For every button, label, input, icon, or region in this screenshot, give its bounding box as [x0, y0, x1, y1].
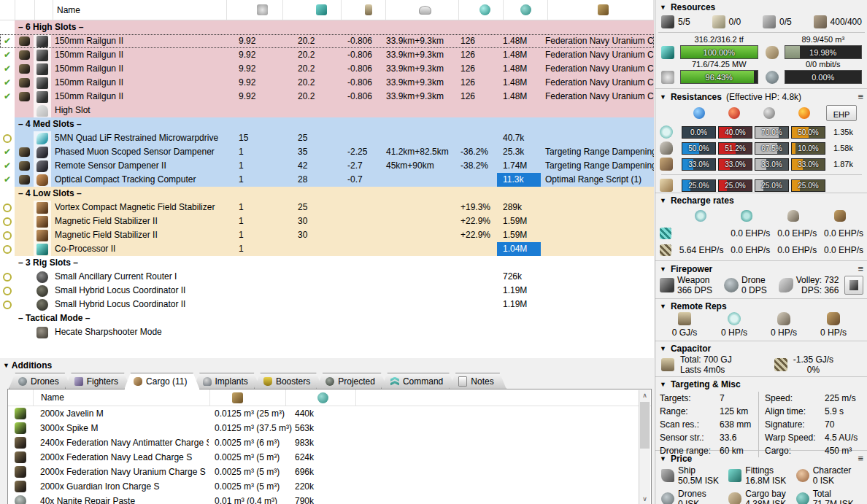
- module-state-cell[interactable]: [0, 242, 15, 256]
- collapse-triangle-icon[interactable]: ▼: [660, 4, 666, 11]
- module-state-cell[interactable]: ✔: [0, 90, 15, 104]
- cargo-price-column-header[interactable]: [286, 389, 356, 406]
- scrollbar-thumb[interactable]: [640, 402, 650, 449]
- module-row[interactable]: ✔ Remote Sensor Dampener II 1 42 -2.7 45…: [0, 159, 654, 173]
- module-state-cell[interactable]: ✔: [0, 145, 15, 159]
- tab-cargo-11-[interactable]: Cargo (11): [124, 373, 199, 389]
- module-active-icon[interactable]: ✔: [4, 48, 11, 62]
- module-row[interactable]: ✔ 150mm Railgun II 9.92 20.2 -0.806 33.9…: [0, 48, 654, 62]
- module-state-cell[interactable]: [0, 228, 15, 242]
- module-state-cell[interactable]: ✔: [0, 173, 15, 187]
- cargo-row[interactable]: 2400x Federation Navy Antimatter Charge …: [8, 435, 651, 450]
- cargo-row[interactable]: 2000x Guardian Iron Charge S 0.0025 m³ (…: [8, 479, 651, 494]
- module-state-cell[interactable]: ✔: [0, 62, 15, 76]
- cargo-row[interactable]: 2000x Federation Navy Uranium Charge S 0…: [8, 465, 651, 479]
- module-row[interactable]: ✔ 150mm Railgun II 9.92 20.2 -0.806 33.9…: [0, 34, 654, 48]
- cargo-row[interactable]: 2000x Federation Navy Lead Charge S 0.00…: [8, 450, 651, 465]
- ehp-button[interactable]: EHP: [826, 105, 857, 121]
- module-online-icon[interactable]: [3, 301, 12, 309]
- collapse-triangle-icon[interactable]: ▼: [3, 362, 9, 369]
- module-active-icon[interactable]: ✔: [4, 62, 11, 76]
- module-state-cell[interactable]: [0, 298, 15, 311]
- module-active-icon[interactable]: ✔: [4, 159, 11, 173]
- module-row[interactable]: Co-Processor II 1 1.04M: [0, 242, 654, 256]
- module-online-icon[interactable]: [3, 245, 12, 254]
- module-state-cell[interactable]: [0, 104, 15, 117]
- section-menu-icon[interactable]: ≡: [858, 263, 863, 274]
- module-row[interactable]: ✔ Optical Compact Tracking Computer 1 28…: [0, 173, 654, 187]
- collapse-triangle-icon[interactable]: ▼: [660, 197, 666, 204]
- cargo-row[interactable]: 2000x Javelin M 0.0125 m³ (25 m³) 440k: [8, 406, 651, 421]
- collapse-triangle-icon[interactable]: ▼: [660, 303, 666, 310]
- module-active-icon[interactable]: ✔: [4, 76, 11, 90]
- powergrid-column-header[interactable]: [227, 0, 283, 20]
- collapse-triangle-icon[interactable]: ▼: [660, 265, 666, 273]
- scroll-down-icon[interactable]: ∨: [642, 494, 647, 504]
- module-online-icon[interactable]: [3, 217, 12, 226]
- module-row[interactable]: ✔ 150mm Railgun II 9.92 20.2 -0.806 33.9…: [0, 90, 654, 104]
- module-row[interactable]: ✔ 150mm Railgun II 9.92 20.2 -0.806 33.9…: [0, 76, 654, 90]
- module-state-cell[interactable]: [0, 270, 15, 284]
- module-row[interactable]: Small Hybrid Locus Coordinator II 1.19M: [0, 284, 654, 298]
- module-row[interactable]: ✔ Phased Muon Scoped Sensor Dampener 1 3…: [0, 145, 654, 159]
- cargo-scrollbar[interactable]: ∧ ∨: [639, 390, 650, 504]
- module-online-icon[interactable]: [3, 134, 12, 143]
- icon-column-header[interactable]: [35, 0, 53, 20]
- tab-boosters[interactable]: Boosters: [254, 373, 323, 389]
- module-row[interactable]: Small Ancillary Current Router I 726k: [0, 270, 654, 284]
- module-state-cell[interactable]: [0, 131, 15, 145]
- scroll-up-icon[interactable]: ∧: [642, 390, 647, 400]
- module-row[interactable]: Small Hybrid Locus Coordinator II 1.19M: [0, 298, 654, 311]
- tab-projected[interactable]: Projected: [316, 373, 388, 389]
- ammo-column-header[interactable]: [15, 0, 35, 20]
- module-state-cell[interactable]: ✔: [0, 34, 15, 48]
- module-active-icon[interactable]: ✔: [4, 90, 11, 104]
- cargo-row[interactable]: 40x Nanite Repair Paste 0.01 m³ (0.4 m³)…: [8, 494, 651, 504]
- cargo-name-column-header[interactable]: Name: [34, 389, 210, 406]
- module-state-cell[interactable]: [0, 325, 15, 339]
- module-state-cell[interactable]: [0, 214, 15, 228]
- module-row[interactable]: Hecate Sharpshooter Mode: [0, 325, 654, 339]
- tab-fighters[interactable]: Fighters: [65, 373, 131, 389]
- cpu-column-header[interactable]: [283, 0, 342, 20]
- range-column-header[interactable]: [386, 0, 459, 20]
- collapse-triangle-icon[interactable]: ▼: [660, 455, 666, 462]
- module-online-icon[interactable]: [3, 287, 12, 295]
- module-row[interactable]: 5MN Quad LiF Restrained Microwarpdrive 1…: [0, 131, 654, 145]
- module-row[interactable]: Magnetic Field Stabilizer II 1 30 +22.9%…: [0, 214, 654, 228]
- tab-command[interactable]: Command: [381, 373, 455, 389]
- misc-column-header[interactable]: [459, 0, 504, 20]
- collapse-triangle-icon[interactable]: ▼: [660, 345, 666, 352]
- weapon-graph-button[interactable]: [844, 276, 863, 295]
- tab-notes[interactable]: Notes: [449, 373, 506, 389]
- collapse-triangle-icon[interactable]: ▼: [660, 93, 666, 101]
- module-online-icon[interactable]: [3, 273, 12, 282]
- module-state-cell[interactable]: ✔: [0, 159, 15, 173]
- charge-column-header[interactable]: [548, 0, 654, 20]
- tab-drones[interactable]: Drones: [9, 373, 72, 389]
- section-menu-icon[interactable]: ≡: [858, 91, 863, 102]
- module-row[interactable]: Magnetic Field Stabilizer II 1 30 +22.9%…: [0, 228, 654, 242]
- module-active-icon[interactable]: ✔: [4, 173, 11, 187]
- additions-title[interactable]: ▼ Additions: [3, 360, 52, 371]
- module-row[interactable]: High Slot: [0, 104, 654, 117]
- tab-implants[interactable]: Implants: [193, 373, 261, 389]
- module-online-icon[interactable]: [3, 231, 12, 240]
- module-row[interactable]: ✔ 150mm Railgun II 9.92 20.2 -0.806 33.9…: [0, 62, 654, 76]
- module-online-icon[interactable]: [3, 203, 12, 212]
- price-column-header[interactable]: [504, 0, 548, 20]
- collapse-triangle-icon[interactable]: ▼: [660, 381, 666, 388]
- section-menu-icon[interactable]: ≡: [858, 453, 863, 464]
- name-column-header[interactable]: Name: [53, 0, 227, 20]
- module-active-icon[interactable]: ✔: [4, 145, 11, 159]
- module-active-icon[interactable]: ✔: [4, 34, 11, 48]
- module-row[interactable]: Vortex Compact Magnetic Field Stabilizer…: [0, 201, 654, 214]
- cargo-volume-column-header[interactable]: [210, 389, 286, 406]
- cargo-icon-column-header[interactable]: [8, 389, 34, 406]
- module-state-cell[interactable]: [0, 201, 15, 214]
- capacitor-column-header[interactable]: [342, 0, 386, 20]
- state-column-header[interactable]: [0, 0, 15, 20]
- cargo-row[interactable]: 3000x Spike M 0.0125 m³ (37.5 m³) 563k: [8, 421, 651, 435]
- module-state-cell[interactable]: ✔: [0, 48, 15, 62]
- module-state-cell[interactable]: ✔: [0, 76, 15, 90]
